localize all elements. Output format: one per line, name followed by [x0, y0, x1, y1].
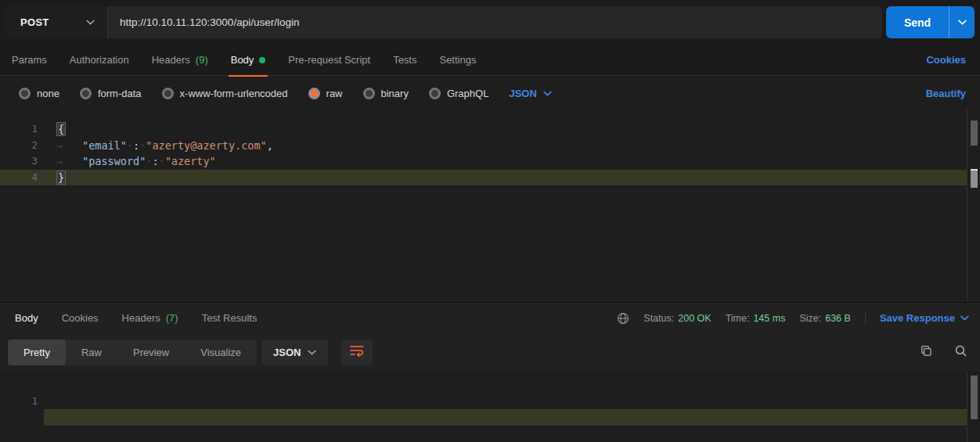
response-body-viewer[interactable]: 1 eyJhbGciOiJIUzI1NiIsInR5cCI6IkpXVCJ9. … — [0, 371, 980, 442]
postman-window: POST Send Params Authorization Headers — [0, 0, 980, 442]
radio-icon — [162, 88, 174, 99]
response-overview-ruler — [967, 371, 967, 442]
body-type-bar: none form-data x-www-form-urlencoded raw… — [0, 77, 980, 110]
editor-line-4-current: 4 } — [0, 170, 967, 186]
response-scrollbar-thumb[interactable] — [971, 376, 978, 419]
response-tab-headers[interactable]: Headers (7) — [120, 303, 181, 334]
tab-headers[interactable]: Headers (9) — [150, 45, 211, 76]
open-brace: { — [56, 122, 66, 136]
method-label: POST — [20, 16, 49, 28]
tab-settings[interactable]: Settings — [437, 45, 478, 76]
request-tabs: Params Authorization Headers (9) Body Pr… — [0, 45, 980, 76]
radio-none[interactable]: none — [19, 88, 59, 99]
radio-icon — [363, 88, 375, 99]
send-button-group: Send — [886, 6, 975, 38]
method-selector[interactable]: POST — [6, 6, 108, 38]
beautify-link[interactable]: Beautify — [926, 88, 966, 99]
response-view-switcher: Pretty Raw Preview Visualize — [8, 340, 257, 365]
globe-icon[interactable] — [617, 312, 629, 325]
radio-graphql[interactable]: GraphQL — [429, 88, 488, 99]
view-pretty-button[interactable]: Pretty — [8, 340, 66, 365]
editor-cursor-marker — [971, 169, 978, 188]
body-modified-dot-icon — [259, 57, 265, 63]
tab-whitespace: → — [56, 153, 82, 170]
response-line-1-wrap-2: oiM2eElnf05YPc9BSq9PiP8S8KCJh7lvhjo1x-sa… — [0, 409, 967, 426]
cookies-link[interactable]: Cookies — [926, 54, 966, 66]
tab-body[interactable]: Body — [229, 45, 268, 76]
search-response-button[interactable] — [954, 344, 967, 361]
copy-icon — [920, 344, 933, 361]
editor-overview-ruler — [967, 110, 967, 302]
response-tab-cookies[interactable]: Cookies — [59, 303, 101, 334]
chevron-down-icon — [960, 315, 969, 321]
response-tabs: Body Cookies Headers (7) Test Results St… — [0, 302, 980, 333]
view-preview-button[interactable]: Preview — [117, 340, 185, 365]
search-icon — [954, 344, 967, 361]
url-input[interactable] — [108, 6, 882, 38]
copy-response-button[interactable] — [920, 344, 933, 361]
close-brace: } — [56, 171, 66, 185]
response-line-1: 1 eyJhbGciOiJIUzI1NiIsInR5cCI6IkpXVCJ9. — [0, 376, 967, 393]
request-body-editor[interactable]: 1 { 2 →"email"·:·"azerty@azerty.com", 3 … — [0, 110, 980, 302]
tab-tests[interactable]: Tests — [391, 45, 419, 76]
request-url-bar: POST Send — [0, 0, 980, 45]
chevron-down-icon — [543, 91, 552, 96]
chevron-down-icon — [86, 20, 95, 25]
radio-x-www-form-urlencoded[interactable]: x-www-form-urlencoded — [162, 88, 288, 99]
send-options-button[interactable] — [949, 6, 975, 38]
view-visualize-button[interactable]: Visualize — [185, 340, 257, 365]
response-toolbar: Pretty Raw Preview Visualize JSON — [0, 333, 980, 371]
response-language-dropdown[interactable]: JSON — [261, 340, 328, 365]
request-language-dropdown[interactable]: JSON — [509, 88, 551, 99]
wrap-lines-button[interactable] — [341, 340, 373, 365]
divider — [865, 311, 866, 325]
radio-icon — [80, 88, 92, 99]
headers-count-badge: (9) — [196, 54, 208, 66]
size-badge: Size: 636 B — [799, 313, 850, 324]
chevron-down-icon — [958, 20, 967, 25]
current-line-highlight — [44, 409, 967, 426]
response-line-1-wrap-1: eyJfaWQiOiI2MjBlY2Y2Y2FiMjEyYzA0NjE1Yjdm… — [0, 393, 967, 409]
method-url-group: POST — [6, 6, 882, 38]
response-meta: Status: 200 OK Time: 145 ms Size: 636 B … — [617, 311, 969, 325]
radio-selected-icon — [308, 88, 320, 99]
status-badge: Status: 200 OK — [643, 313, 711, 324]
time-badge: Time: 145 ms — [726, 313, 786, 324]
tab-whitespace: → — [56, 138, 82, 154]
editor-line-3: 3 →"password"·:·"azerty" — [0, 153, 967, 170]
radio-form-data[interactable]: form-data — [80, 88, 142, 99]
radio-binary[interactable]: binary — [363, 88, 409, 99]
editor-line-2: 2 →"email"·:·"azerty@azerty.com", — [0, 138, 967, 154]
radio-icon — [19, 88, 31, 99]
response-headers-count-badge: (7) — [166, 312, 178, 324]
chevron-down-icon — [308, 350, 316, 355]
tab-params[interactable]: Params — [9, 45, 49, 76]
editor-line-1: 1 { — [0, 121, 967, 138]
radio-raw[interactable]: raw — [308, 88, 343, 99]
send-button[interactable]: Send — [886, 6, 949, 38]
response-tab-body[interactable]: Body — [13, 303, 41, 334]
tab-authorization[interactable]: Authorization — [67, 45, 132, 76]
tab-pre-request-script[interactable]: Pre-request Script — [286, 45, 373, 76]
radio-icon — [429, 88, 441, 99]
save-response-button[interactable]: Save Response — [880, 312, 969, 324]
wrap-text-icon — [350, 344, 364, 360]
response-tab-test-results[interactable]: Test Results — [200, 303, 260, 334]
view-raw-button[interactable]: Raw — [66, 340, 117, 365]
editor-scrollbar-thumb[interactable] — [971, 120, 978, 146]
